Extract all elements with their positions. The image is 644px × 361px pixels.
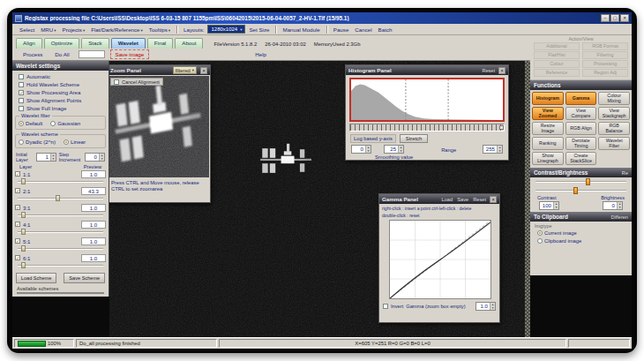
checkbox[interactable] (19, 98, 24, 103)
histogram-button[interactable]: Histogram (532, 92, 564, 105)
histogram-reset-link[interactable]: Reset (482, 68, 495, 73)
menu-tooltips[interactable]: Tooltips (146, 26, 173, 34)
option-show-processing-area[interactable]: Show Processing Area (19, 89, 107, 95)
option-automatic[interactable]: Automatic (19, 73, 107, 79)
do-all-button[interactable]: Do All (51, 50, 72, 58)
zoom-panel-titlebar[interactable]: Zoom Panel filtered ✕ (109, 65, 210, 75)
zoom-preview[interactable]: Cancel Alignment (109, 76, 209, 177)
histogram-range-slider[interactable] (349, 124, 505, 132)
layer-checkbox[interactable] (15, 188, 20, 193)
gamma-reset-link[interactable]: Reset (473, 197, 486, 202)
cancel-button[interactable]: Cancel (352, 26, 374, 34)
radio-current-image[interactable]: Current image (537, 230, 625, 236)
brightness-slider[interactable] (535, 187, 626, 194)
checkbox[interactable] (19, 106, 24, 111)
batch-button[interactable]: Batch (376, 26, 395, 34)
tab-about[interactable]: About (175, 38, 203, 49)
wavelet-filter-button[interactable]: Wavelet Filter (598, 137, 630, 150)
pause-button[interactable]: Pause (331, 26, 352, 34)
gamma-panel-titlebar[interactable]: Gamma Panel Load Save Reset ✕ (379, 194, 499, 204)
option-hold-wavelet-scheme[interactable]: Hold Wavelet Scheme (19, 81, 107, 87)
gamma-spinner[interactable]: 1.0▴▾ (476, 302, 496, 311)
rgb-align-button[interactable]: RGB Align (565, 122, 597, 135)
range-spinner[interactable]: 255▴▾ (483, 145, 503, 154)
close-icon[interactable]: ✕ (490, 196, 497, 203)
radio-gaussian[interactable]: Gaussian (50, 120, 80, 126)
checkbox[interactable] (114, 79, 119, 85)
layer-slider[interactable] (18, 212, 103, 218)
layer-checkbox[interactable] (15, 222, 20, 227)
layer-checkbox[interactable] (15, 205, 20, 210)
radio-dyadic[interactable]: Dyadic (2^n) (19, 139, 56, 145)
load-scheme-button[interactable]: Load Scheme (16, 273, 57, 283)
create-stackslice-button[interactable]: Create StackSlice (565, 152, 597, 165)
layer-slider[interactable] (18, 178, 103, 184)
layer-checkbox[interactable] (15, 238, 20, 244)
brightness-spinner[interactable]: 0▴▾ (603, 201, 623, 210)
stretch-button[interactable]: Stretch (400, 134, 428, 143)
contrast-reset-link[interactable]: Re (622, 170, 628, 176)
radio-linear[interactable]: Linear (64, 139, 86, 145)
view-stackgraph-button[interactable]: View Stackgraph (598, 107, 630, 120)
initial-layer-spinner[interactable]: 1▴▾ (36, 153, 56, 162)
menu-flat-dark-reference[interactable]: Flat/Dark/Reference (88, 26, 146, 34)
cancel-alignment-checkbox[interactable]: Cancel Alignment (110, 78, 163, 86)
gamma-save-link[interactable]: Save (457, 197, 468, 202)
slider-thumb[interactable] (499, 125, 504, 130)
log-y-axis-toggle[interactable]: Log based y-axis (350, 134, 396, 143)
derotate-timing-button[interactable]: Derotate Timing (565, 137, 597, 150)
smoothing-spinner[interactable]: 25▴▾ (384, 145, 404, 154)
menu-mru[interactable]: MRU (38, 26, 58, 34)
layer-slider[interactable] (18, 262, 103, 268)
close-icon[interactable]: ✕ (620, 14, 629, 22)
process-button[interactable]: Process (19, 50, 46, 58)
view-zoomed-button[interactable]: View Zoomed (532, 107, 564, 120)
checkbox[interactable] (19, 82, 24, 87)
help-button[interactable]: Help (251, 50, 270, 58)
to-clipboard-header[interactable]: To Clipboard Differen (530, 212, 632, 222)
save-scheme-button[interactable]: Save Scheme (64, 273, 105, 283)
menu-select[interactable]: Select (17, 26, 37, 34)
schemes-listbox[interactable] (17, 292, 104, 294)
close-icon[interactable]: ✕ (498, 67, 505, 74)
canvas-scrollbar[interactable] (524, 61, 530, 337)
maximize-icon[interactable]: ▢ (610, 14, 619, 22)
set-size-button[interactable]: Set Size (246, 26, 272, 34)
resize-image-button[interactable]: Resize Image (532, 122, 564, 135)
layer-slider[interactable] (18, 195, 103, 201)
tab-align[interactable]: Align (16, 38, 42, 49)
difference-link[interactable]: Differen (611, 214, 629, 220)
radio-clipboard-image[interactable]: Clipboard image (537, 238, 625, 244)
layouts-dropdown[interactable]: 1280x1024 (207, 25, 245, 34)
tab-stack[interactable]: Stack (81, 38, 109, 49)
close-icon[interactable]: ✕ (200, 67, 207, 74)
save-image-button[interactable]: Save image (110, 49, 150, 59)
option-show-full-image[interactable]: Show Full Image (19, 105, 107, 111)
minimize-icon[interactable]: – (601, 14, 610, 22)
colour-mixing-button[interactable]: Colour Mixing (598, 92, 630, 105)
tab-optimize[interactable]: Optimize (44, 38, 79, 49)
rgb-balance-button[interactable]: RGB Balance (598, 122, 630, 135)
low-spinner[interactable]: 0▴▾ (351, 145, 371, 154)
radio-default[interactable]: Default (19, 120, 42, 126)
ranking-button[interactable]: Ranking (532, 137, 564, 150)
layer-checkbox[interactable] (15, 171, 20, 177)
tab-wavelet[interactable]: Wavelet (111, 38, 146, 49)
image-canvas[interactable]: Zoom Panel filtered ✕ (109, 61, 524, 337)
view-compare-button[interactable]: View Compare (565, 107, 597, 120)
manual-module-button[interactable]: Manual Module (280, 26, 322, 34)
step-increment-spinner[interactable]: 0▴▾ (85, 153, 105, 162)
layer-checkbox[interactable] (15, 255, 20, 260)
contrast-spinner[interactable]: 100▴▾ (539, 201, 559, 210)
option-show-alignment-points[interactable]: Show Alignment Points (19, 97, 107, 103)
checkbox-checked[interactable] (19, 90, 24, 95)
checkbox[interactable] (19, 74, 24, 79)
contrast-slider[interactable] (535, 178, 626, 185)
tab-final[interactable]: Final (147, 38, 173, 49)
menu-projects[interactable]: Projects (60, 26, 88, 34)
show-linegraph-button[interactable]: Show Linegraph (532, 152, 564, 165)
zoom-filter-dropdown[interactable]: filtered (173, 66, 197, 74)
gamma-load-link[interactable]: Load (442, 197, 453, 202)
layer-slider[interactable] (18, 229, 103, 235)
layer-slider[interactable] (18, 245, 103, 252)
